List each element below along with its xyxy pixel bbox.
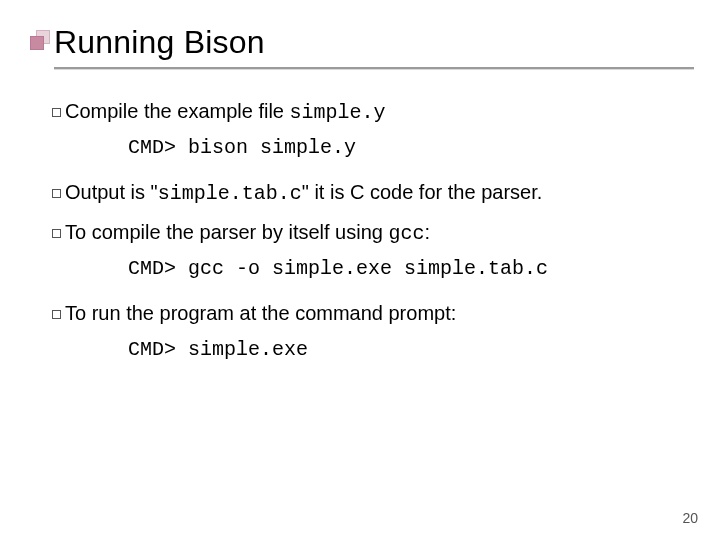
bullet-item: To run the program at the command prompt… [52, 299, 680, 329]
title-underline [54, 67, 694, 69]
code-line: CMD> bison simple.y [128, 133, 680, 162]
bullet-square-icon [52, 229, 61, 238]
bullet-text-mono: gcc [389, 222, 425, 245]
bullet-text-post: " it is C code for the parser. [302, 181, 543, 203]
slide-title: Running Bison [54, 24, 690, 61]
bullet-square-icon [52, 310, 61, 319]
title-block: Running Bison [30, 24, 690, 69]
bullet-item: To compile the parser by itself using gc… [52, 218, 680, 248]
page-number: 20 [682, 510, 698, 526]
bullet-square-icon [52, 108, 61, 117]
bullet-text-pre: To compile the parser by itself using [65, 221, 389, 243]
bullet-square-icon [52, 189, 61, 198]
bullet-text-pre: Output is " [65, 181, 158, 203]
bullet-text-mono: simple.tab.c [158, 182, 302, 205]
code-line: CMD> simple.exe [128, 335, 680, 364]
bullet-text-pre: Compile the example file [65, 100, 290, 122]
bullet-text-pre: To run the program at the command prompt… [65, 302, 456, 324]
code-line: CMD> gcc -o simple.exe simple.tab.c [128, 254, 680, 283]
bullet-item: Output is "simple.tab.c" it is C code fo… [52, 178, 680, 208]
slide-body: Compile the example file simple.y CMD> b… [30, 97, 690, 364]
slide: Running Bison Compile the example file s… [0, 0, 720, 540]
title-decoration-icon [30, 30, 48, 54]
bullet-item: Compile the example file simple.y [52, 97, 680, 127]
bullet-text-post: : [425, 221, 431, 243]
bullet-text-mono: simple.y [290, 101, 386, 124]
